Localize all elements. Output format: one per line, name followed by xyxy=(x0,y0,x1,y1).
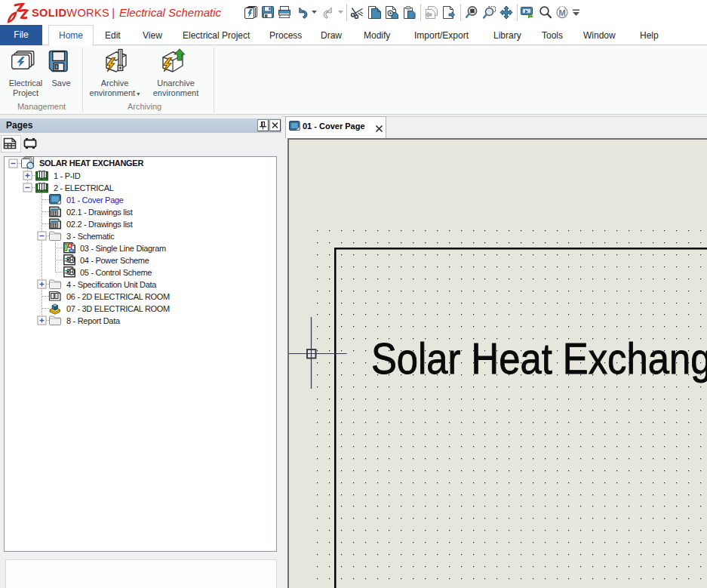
svg-text:SOLIDWORKS: SOLIDWORKS xyxy=(32,7,109,19)
svg-text:03 - Single Line Diagram: 03 - Single Line Diagram xyxy=(80,244,166,253)
svg-text:Electrical Schematic: Electrical Schematic xyxy=(119,6,222,19)
svg-text:3 - Schematic: 3 - Schematic xyxy=(66,232,115,241)
svg-text:01 - Cover Page: 01 - Cover Page xyxy=(66,195,124,205)
svg-text:|: | xyxy=(112,6,115,19)
svg-text:2 - ELECTRICAL: 2 - ELECTRICAL xyxy=(54,183,114,192)
svg-text:1 - P-ID: 1 - P-ID xyxy=(54,171,81,180)
svg-text:M: M xyxy=(558,8,565,17)
svg-text:07 - 3D ELECTRICAL ROOM: 07 - 3D ELECTRICAL ROOM xyxy=(66,304,170,313)
svg-text:02.2 - Drawings list: 02.2 - Drawings list xyxy=(66,220,133,229)
svg-text:02.1 - Drawings list: 02.1 - Drawings list xyxy=(66,208,133,217)
svg-text:05 - Control Scheme: 05 - Control Scheme xyxy=(80,268,152,277)
svg-text:4 - Specification Unit Data: 4 - Specification Unit Data xyxy=(66,280,157,289)
svg-text:8 - Report Data: 8 - Report Data xyxy=(66,316,121,325)
svg-text:04 - Power Scheme: 04 - Power Scheme xyxy=(80,256,149,265)
svg-text:06 - 2D ELECTRICAL ROOM: 06 - 2D ELECTRICAL ROOM xyxy=(66,292,170,301)
svg-text:SOLAR HEAT EXCHANGER: SOLAR HEAT EXCHANGER xyxy=(39,159,143,168)
